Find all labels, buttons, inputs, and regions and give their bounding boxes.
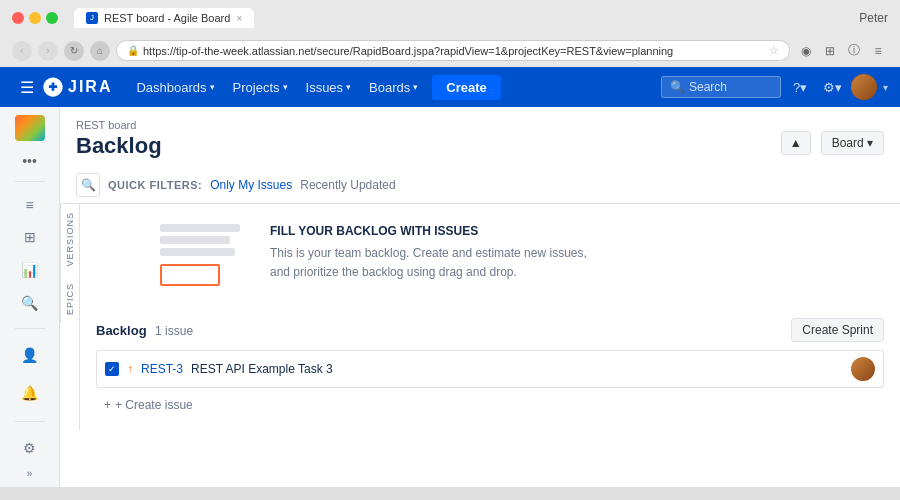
- menu-icon[interactable]: ≡: [868, 41, 888, 61]
- sidebar-divider-1: [15, 181, 45, 182]
- refresh-button[interactable]: ↻: [64, 41, 84, 61]
- browser-chrome: J REST board - Agile Board × Peter ‹ › ↻…: [0, 0, 900, 67]
- browser-user-label: Peter: [859, 11, 888, 25]
- board-dropdown-button[interactable]: Board ▾: [821, 131, 884, 155]
- sidebar-people-button[interactable]: 👤: [12, 337, 48, 373]
- ill-line-1: [160, 224, 240, 232]
- search-icon: 🔍: [670, 80, 685, 94]
- backlog-illustration: [160, 224, 240, 286]
- create-button[interactable]: Create: [432, 75, 500, 100]
- issue-summary: REST API Example Task 3: [191, 362, 843, 376]
- sidebar-reports-button[interactable]: 📊: [12, 255, 48, 286]
- info-icon[interactable]: ⓘ: [844, 41, 864, 61]
- maximize-traffic-light[interactable]: [46, 12, 58, 24]
- backlog-section: Backlog 1 issue Create Sprint ✓ ↑ REST-3…: [80, 306, 900, 430]
- create-issue-link[interactable]: + + Create issue: [96, 392, 884, 418]
- settings-button[interactable]: ⚙▾: [819, 74, 845, 100]
- nav-projects-arrow: ▾: [283, 82, 288, 92]
- back-button[interactable]: ‹: [12, 41, 32, 61]
- project-header: ▲ Board ▾ REST board Backlog: [60, 107, 900, 167]
- issue-assignee-avatar: [851, 357, 875, 381]
- tab-favicon: J: [86, 12, 98, 24]
- content-with-labels: VERSIONS EPICS: [60, 204, 900, 430]
- home-button[interactable]: ⌂: [90, 41, 110, 61]
- collapse-button[interactable]: ▲: [781, 131, 811, 155]
- backlog-header: Backlog 1 issue Create Sprint: [96, 318, 884, 342]
- sidebar-collapse-button[interactable]: »: [27, 468, 33, 479]
- cta-heading: FILL YOUR BACKLOG WITH ISSUES: [270, 224, 587, 238]
- minimize-traffic-light[interactable]: [29, 12, 41, 24]
- sidebar-settings-button[interactable]: ⚙: [12, 430, 48, 466]
- backlog-empty-area: FILL YOUR BACKLOG WITH ISSUES This is yo…: [80, 204, 900, 306]
- quick-filters-bar: 🔍 QUICK FILTERS: Only My Issues Recently…: [60, 167, 900, 204]
- project-title: Backlog: [76, 133, 884, 159]
- jira-logo[interactable]: JIRA: [42, 76, 112, 98]
- browser-tab[interactable]: J REST board - Agile Board ×: [74, 8, 254, 28]
- help-button[interactable]: ?▾: [787, 74, 813, 100]
- address-bar[interactable]: 🔒 https://tip-of-the-week.atlassian.net/…: [116, 40, 790, 61]
- nav-dashboards-arrow: ▾: [210, 82, 215, 92]
- ill-line-3: [160, 248, 235, 256]
- tab-title: REST board - Agile Board: [104, 12, 230, 24]
- forward-button[interactable]: ›: [38, 41, 58, 61]
- backlog-header-left: Backlog 1 issue: [96, 321, 193, 339]
- sidebar-roadmap-button[interactable]: ≡: [12, 189, 48, 220]
- nav-item-boards[interactable]: Boards ▾: [361, 76, 426, 99]
- issue-checkbox[interactable]: ✓: [105, 362, 119, 376]
- filter-my-issues[interactable]: Only My Issues: [210, 178, 292, 192]
- lock-icon: 🔒: [127, 45, 139, 56]
- url-text: https://tip-of-the-week.atlassian.net/se…: [143, 45, 673, 57]
- jira-content: ••• ≡ ⊞ 📊 🔍 👤 🔔 ⚙ » ▲ Boar: [0, 107, 900, 487]
- vertical-labels-col: VERSIONS EPICS: [60, 204, 80, 430]
- sidebar-board-button[interactable]: ⊞: [12, 222, 48, 253]
- user-avatar[interactable]: [851, 74, 877, 100]
- versions-label[interactable]: VERSIONS: [60, 204, 79, 275]
- cta-description: This is your team backlog. Create and es…: [270, 244, 587, 282]
- main-scroll-area: FILL YOUR BACKLOG WITH ISSUES This is yo…: [80, 204, 900, 430]
- jira-main: ▲ Board ▾ REST board Backlog 🔍 QUICK FIL…: [60, 107, 900, 487]
- priority-icon: ↑: [127, 362, 133, 376]
- epics-label[interactable]: EPICS: [60, 275, 79, 323]
- help-icon: ?: [793, 80, 800, 95]
- filter-search-button[interactable]: 🔍: [76, 173, 100, 197]
- issue-key[interactable]: REST-3: [141, 362, 183, 376]
- tab-close-button[interactable]: ×: [236, 13, 242, 24]
- traffic-lights: [12, 12, 58, 24]
- close-traffic-light[interactable]: [12, 12, 24, 24]
- create-issue-label: + Create issue: [115, 398, 193, 412]
- ill-line-2: [160, 236, 230, 244]
- nav-dashboards-label: Dashboards: [136, 80, 206, 95]
- nav-issues-arrow: ▾: [346, 82, 351, 92]
- nav-item-projects[interactable]: Projects ▾: [225, 76, 296, 99]
- nav-projects-label: Projects: [233, 80, 280, 95]
- hamburger-menu-button[interactable]: ☰: [12, 78, 42, 97]
- jira-app: ☰ JIRA Dashboards ▾ Projects ▾ Issues ▾ …: [0, 67, 900, 487]
- jira-nav-items: Dashboards ▾ Projects ▾ Issues ▾ Boards …: [128, 75, 661, 100]
- project-avatar[interactable]: [15, 115, 45, 141]
- search-box[interactable]: 🔍 Search: [661, 76, 781, 98]
- opera-icon[interactable]: ◉: [796, 41, 816, 61]
- browser-addressbar: ‹ › ↻ ⌂ 🔒 https://tip-of-the-week.atlass…: [0, 36, 900, 67]
- sidebar-more-button[interactable]: •••: [18, 149, 41, 173]
- sidebar-divider-2: [15, 328, 45, 329]
- jira-topnav: ☰ JIRA Dashboards ▾ Projects ▾ Issues ▾ …: [0, 67, 900, 107]
- create-issue-plus-icon: +: [104, 398, 111, 412]
- settings-icon: ⚙: [823, 80, 835, 95]
- table-row: ✓ ↑ REST-3 REST API Example Task 3: [96, 350, 884, 388]
- quick-filters-label: QUICK FILTERS:: [108, 179, 202, 191]
- sidebar-notifications-button[interactable]: 🔔: [12, 375, 48, 411]
- jira-logo-text: JIRA: [68, 78, 112, 96]
- jira-logo-icon: [42, 76, 64, 98]
- nav-item-issues[interactable]: Issues ▾: [298, 76, 360, 99]
- bookmark-icon[interactable]: ☆: [769, 44, 779, 57]
- avatar-image: [851, 74, 877, 100]
- ill-box: [160, 264, 220, 286]
- create-sprint-button[interactable]: Create Sprint: [791, 318, 884, 342]
- layers-icon[interactable]: ⊞: [820, 41, 840, 61]
- browser-tabs: J REST board - Agile Board ×: [74, 8, 851, 28]
- backlog-title: Backlog: [96, 323, 147, 338]
- backlog-cta: FILL YOUR BACKLOG WITH ISSUES This is yo…: [270, 224, 587, 282]
- nav-item-dashboards[interactable]: Dashboards ▾: [128, 76, 222, 99]
- filter-recently-updated[interactable]: Recently Updated: [300, 178, 395, 192]
- sidebar-search-button[interactable]: 🔍: [12, 287, 48, 318]
